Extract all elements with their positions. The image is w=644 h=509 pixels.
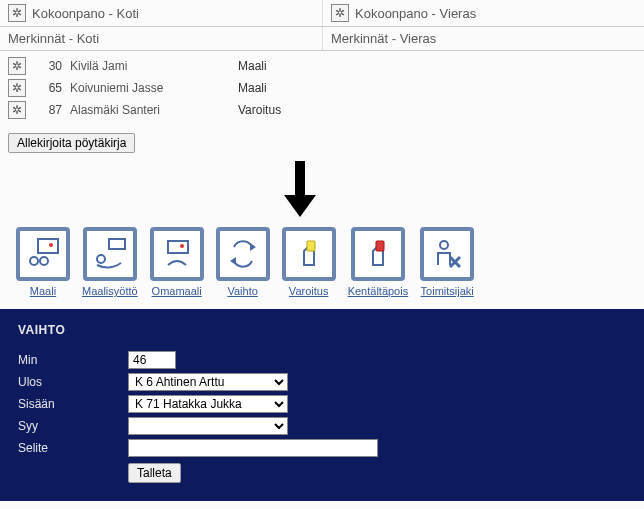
svg-marker-11 bbox=[230, 257, 236, 265]
svg-marker-10 bbox=[250, 243, 256, 251]
svg-point-7 bbox=[97, 255, 105, 263]
marking-row: ✲ 30 Kivilä Jami Maali bbox=[0, 55, 644, 77]
svg-point-4 bbox=[40, 257, 48, 265]
action-maalisyotto[interactable]: Maalisyöttö bbox=[82, 227, 138, 297]
svg-rect-12 bbox=[307, 241, 315, 251]
label-ulos: Ulos bbox=[18, 375, 118, 389]
gear-icon[interactable]: ✲ bbox=[8, 101, 26, 119]
arrow-down-icon bbox=[280, 161, 320, 217]
gear-icon: ✲ bbox=[331, 4, 349, 22]
svg-point-14 bbox=[440, 241, 448, 249]
substitution-icon bbox=[216, 227, 270, 281]
label-sisaan: Sisään bbox=[18, 397, 118, 411]
panel-kokoonpano-koti[interactable]: ✲ Kokoonpano - Koti bbox=[0, 0, 322, 26]
marking-event: Maali bbox=[238, 81, 338, 95]
svg-rect-8 bbox=[168, 241, 188, 253]
goal-icon bbox=[16, 227, 70, 281]
label-min: Min bbox=[18, 353, 118, 367]
gear-icon[interactable]: ✲ bbox=[8, 79, 26, 97]
ulos-select[interactable]: K 6 Ahtinen Arttu bbox=[128, 373, 288, 391]
official-icon bbox=[420, 227, 474, 281]
action-label: Maalisyöttö bbox=[82, 285, 138, 297]
label-syy: Syy bbox=[18, 419, 118, 433]
svg-rect-13 bbox=[376, 241, 384, 251]
marking-number: 87 bbox=[34, 103, 62, 117]
marking-number: 30 bbox=[34, 59, 62, 73]
action-toimitsijaki[interactable]: Toimitsijaki bbox=[420, 227, 474, 297]
action-varoitus[interactable]: Varoitus bbox=[282, 227, 336, 297]
label-selite: Selite bbox=[18, 441, 118, 455]
panel-label: Merkinnät - Vieras bbox=[331, 31, 436, 46]
gear-icon: ✲ bbox=[8, 4, 26, 22]
marking-number: 65 bbox=[34, 81, 62, 95]
action-label: Maali bbox=[30, 285, 56, 297]
action-omamaali[interactable]: Omamaali bbox=[150, 227, 204, 297]
marking-player: Kivilä Jami bbox=[70, 59, 210, 73]
save-button[interactable]: Talleta bbox=[128, 463, 181, 483]
own-goal-icon bbox=[150, 227, 204, 281]
svg-rect-0 bbox=[295, 161, 305, 195]
marking-player: Alasmäki Santeri bbox=[70, 103, 210, 117]
action-vaihto[interactable]: Vaihto bbox=[216, 227, 270, 297]
selite-input[interactable] bbox=[128, 439, 378, 457]
svg-point-5 bbox=[49, 243, 53, 247]
sisaan-select[interactable]: K 71 Hatakka Jukka bbox=[128, 395, 288, 413]
svg-marker-1 bbox=[284, 195, 316, 217]
svg-rect-6 bbox=[109, 239, 125, 249]
action-label: Omamaali bbox=[152, 285, 202, 297]
svg-point-3 bbox=[30, 257, 38, 265]
min-input[interactable] bbox=[128, 351, 176, 369]
form-title: VAIHTO bbox=[18, 323, 626, 337]
yellow-card-icon bbox=[282, 227, 336, 281]
gear-icon[interactable]: ✲ bbox=[8, 57, 26, 75]
red-card-icon bbox=[351, 227, 405, 281]
marking-event: Maali bbox=[238, 59, 338, 73]
vaihto-form: VAIHTO Min Ulos K 6 Ahtinen Arttu Sisään… bbox=[0, 309, 644, 501]
marking-player: Koivuniemi Jasse bbox=[70, 81, 210, 95]
panel-merkinnat-koti: Merkinnät - Koti bbox=[0, 27, 322, 50]
panel-label: Merkinnät - Koti bbox=[8, 31, 99, 46]
svg-rect-2 bbox=[38, 239, 58, 253]
marking-row: ✲ 65 Koivuniemi Jasse Maali bbox=[0, 77, 644, 99]
assist-icon bbox=[83, 227, 137, 281]
panel-label: Kokoonpano - Koti bbox=[32, 6, 139, 21]
annotation-arrow bbox=[0, 161, 644, 221]
action-label: Varoitus bbox=[289, 285, 329, 297]
action-label: Vaihto bbox=[227, 285, 257, 297]
sign-protocol-button[interactable]: Allekirjoita pöytäkirja bbox=[8, 133, 135, 153]
markings-list: ✲ 30 Kivilä Jami Maali ✲ 65 Koivuniemi J… bbox=[0, 51, 644, 125]
marking-event: Varoitus bbox=[238, 103, 338, 117]
panel-kokoonpano-vieras[interactable]: ✲ Kokoonpano - Vieras bbox=[322, 0, 644, 26]
action-label: Kentältäpois bbox=[348, 285, 409, 297]
marking-row: ✲ 87 Alasmäki Santeri Varoitus bbox=[0, 99, 644, 121]
panel-label: Kokoonpano - Vieras bbox=[355, 6, 476, 21]
action-maali[interactable]: Maali bbox=[16, 227, 70, 297]
action-bar: Maali Maalisyöttö Omamaali bbox=[0, 221, 644, 309]
action-kentaltapois[interactable]: Kentältäpois bbox=[348, 227, 409, 297]
panel-merkinnat-vieras: Merkinnät - Vieras bbox=[322, 27, 644, 50]
action-label: Toimitsijaki bbox=[421, 285, 474, 297]
svg-point-9 bbox=[180, 244, 184, 248]
syy-select[interactable] bbox=[128, 417, 288, 435]
